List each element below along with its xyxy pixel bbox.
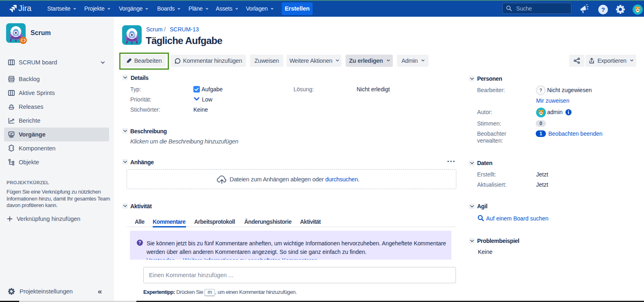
svg-text:?: ?	[539, 88, 542, 93]
